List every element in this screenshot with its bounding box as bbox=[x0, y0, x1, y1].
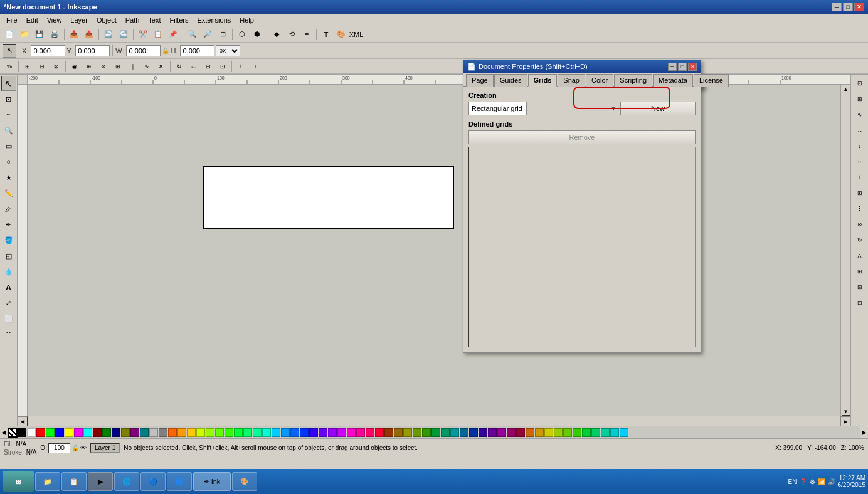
color-swatch[interactable] bbox=[253, 428, 262, 437]
snap-bbox-button[interactable]: ⊞ bbox=[21, 60, 34, 73]
taskbar-inkscape-active[interactable]: ✒ Ink bbox=[193, 472, 231, 491]
snap-right-7[interactable]: ⊥ bbox=[852, 170, 867, 185]
color-swatch[interactable] bbox=[450, 428, 459, 437]
snap-bbox-edge2-button[interactable]: ⊟ bbox=[201, 60, 215, 73]
gradient-tool[interactable]: ◱ bbox=[1, 248, 16, 263]
color-swatch[interactable] bbox=[262, 428, 271, 437]
color-swatch[interactable] bbox=[215, 428, 224, 437]
color-swatch[interactable] bbox=[497, 428, 506, 437]
tab-license[interactable]: License bbox=[694, 74, 729, 87]
close-button[interactable]: ✕ bbox=[854, 3, 864, 11]
ungroup-button[interactable]: ⬢ bbox=[250, 28, 264, 41]
color-swatch[interactable] bbox=[488, 428, 497, 437]
transform-button[interactable]: ⟲ bbox=[285, 28, 299, 41]
h-input[interactable] bbox=[180, 45, 214, 56]
export-button[interactable]: 📤 bbox=[82, 28, 96, 41]
taskbar-net[interactable]: 🌐 bbox=[114, 472, 139, 491]
circle-tool[interactable]: ○ bbox=[1, 154, 16, 169]
taskbar-settings-icon[interactable]: ⚙ bbox=[810, 478, 815, 485]
snap-right-4[interactable]: ∷ bbox=[852, 123, 867, 138]
lock-icon[interactable]: 🔒 bbox=[162, 47, 169, 54]
color-swatch[interactable] bbox=[55, 428, 64, 437]
dropper-tool[interactable]: 💧 bbox=[1, 264, 16, 279]
y-input[interactable] bbox=[75, 45, 110, 56]
layer-selector[interactable]: Layer 1 bbox=[90, 443, 120, 453]
snap-right-15[interactable]: ⊡ bbox=[852, 295, 867, 310]
grid-type-select[interactable]: Rectangular grid Axonometric grid bbox=[468, 102, 527, 115]
snap-right-3[interactable]: ∿ bbox=[852, 107, 867, 122]
copy-button[interactable]: 📋 bbox=[151, 28, 165, 41]
color-swatch[interactable] bbox=[582, 428, 591, 437]
minimize-button[interactable]: ─ bbox=[832, 3, 842, 11]
menu-extensions[interactable]: Extensions bbox=[193, 15, 235, 25]
text-tool-button[interactable]: T bbox=[319, 28, 333, 41]
snap-path-button[interactable]: ∿ bbox=[140, 60, 154, 73]
taskbar-play[interactable]: ▶ bbox=[88, 472, 113, 491]
snap-right-5[interactable]: ↕ bbox=[852, 139, 867, 154]
color-swatch[interactable] bbox=[507, 428, 516, 437]
color-swatch[interactable] bbox=[290, 428, 299, 437]
color-swatch[interactable] bbox=[130, 428, 139, 437]
snap-right-6[interactable]: ↔ bbox=[852, 154, 867, 169]
snap-page-button[interactable]: ▭ bbox=[187, 60, 201, 73]
snap-bbox-corner-button[interactable]: ⊠ bbox=[50, 60, 63, 73]
color-swatch[interactable] bbox=[403, 428, 412, 437]
canvas-area[interactable] bbox=[28, 85, 840, 416]
tweak-tool[interactable]: ~ bbox=[1, 107, 16, 122]
taskbar-help-icon[interactable]: ❓ bbox=[800, 478, 807, 485]
snap-right-12[interactable]: A bbox=[852, 248, 867, 263]
tab-snap[interactable]: Snap bbox=[558, 74, 585, 87]
menu-edit[interactable]: Edit bbox=[23, 15, 42, 25]
palette-right-arrow[interactable]: ▶ bbox=[860, 426, 868, 439]
color-swatch[interactable] bbox=[319, 428, 327, 437]
dialog-restore[interactable]: □ bbox=[678, 63, 687, 71]
eraser-tool[interactable]: ⬜ bbox=[1, 311, 16, 326]
save-button[interactable]: 💾 bbox=[33, 28, 46, 41]
palette-left-arrow[interactable]: ◀ bbox=[0, 426, 8, 439]
vertical-scrollbar[interactable]: ▲ ▼ bbox=[840, 85, 850, 416]
zoom-in-button[interactable]: 🔍 bbox=[186, 28, 199, 41]
snap-grid-button[interactable]: ⊞ bbox=[111, 60, 125, 73]
open-button[interactable]: 📁 bbox=[18, 28, 31, 41]
import-button[interactable]: 📥 bbox=[67, 28, 81, 41]
paste-button[interactable]: 📌 bbox=[166, 28, 180, 41]
color-swatch[interactable] bbox=[394, 428, 403, 437]
color-swatch[interactable] bbox=[554, 428, 563, 437]
snap-tang-button[interactable]: T bbox=[248, 60, 262, 73]
color-swatch[interactable] bbox=[347, 428, 356, 437]
color-swatch[interactable] bbox=[309, 428, 318, 437]
color-swatch[interactable] bbox=[121, 428, 130, 437]
scroll-up-button[interactable]: ▲ bbox=[842, 85, 850, 93]
color-swatch[interactable] bbox=[281, 428, 290, 437]
color-swatch[interactable] bbox=[36, 428, 45, 437]
opacity-input[interactable] bbox=[48, 443, 70, 453]
select-tool[interactable]: ↖ bbox=[1, 76, 16, 91]
w-input[interactable] bbox=[126, 45, 161, 56]
tab-scripting[interactable]: Scripting bbox=[614, 74, 652, 87]
color-swatch[interactable] bbox=[366, 428, 374, 437]
print-button[interactable]: 🖨️ bbox=[48, 28, 61, 41]
tab-page[interactable]: Page bbox=[466, 74, 494, 87]
remove-button[interactable]: Remove bbox=[468, 130, 696, 144]
color-swatch[interactable] bbox=[526, 428, 534, 437]
color-swatch[interactable] bbox=[272, 428, 280, 437]
star-tool[interactable]: ★ bbox=[1, 170, 16, 185]
snap-midpoint-button[interactable]: ⊕ bbox=[82, 60, 96, 73]
color-swatch[interactable] bbox=[535, 428, 544, 437]
bucket-tool[interactable]: 🪣 bbox=[1, 233, 16, 248]
group-button[interactable]: ⬡ bbox=[235, 28, 249, 41]
taskbar-hp[interactable]: 🔵 bbox=[140, 472, 166, 491]
zoom-tool[interactable]: 🔍 bbox=[1, 123, 16, 138]
color-swatch[interactable] bbox=[544, 428, 553, 437]
color-swatch[interactable] bbox=[65, 428, 73, 437]
snap-right-8[interactable]: ⊠ bbox=[852, 186, 867, 201]
zoom-fit-button[interactable]: ⊡ bbox=[216, 28, 230, 41]
color-swatch[interactable] bbox=[422, 428, 431, 437]
color-swatch[interactable] bbox=[413, 428, 421, 437]
color-swatch[interactable] bbox=[516, 428, 525, 437]
snap-perp-button[interactable]: ⊥ bbox=[234, 60, 248, 73]
rect-tool[interactable]: ▭ bbox=[1, 139, 16, 154]
color-swatch[interactable] bbox=[563, 428, 572, 437]
snap-rotation-button[interactable]: ↻ bbox=[172, 60, 186, 73]
zoom-out-button[interactable]: 🔎 bbox=[201, 28, 214, 41]
